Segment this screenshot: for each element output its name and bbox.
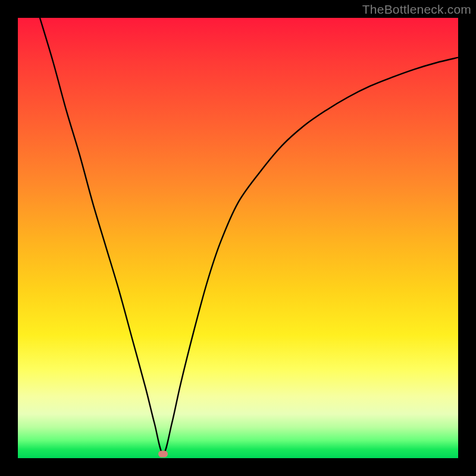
watermark-text: TheBottleneck.com bbox=[362, 2, 471, 17]
chart-stage: TheBottleneck.com bbox=[0, 0, 476, 476]
optimal-marker bbox=[158, 450, 168, 457]
bottleneck-curve-svg bbox=[18, 18, 458, 458]
plot-area bbox=[18, 18, 458, 458]
bottleneck-curve-path bbox=[40, 18, 458, 454]
